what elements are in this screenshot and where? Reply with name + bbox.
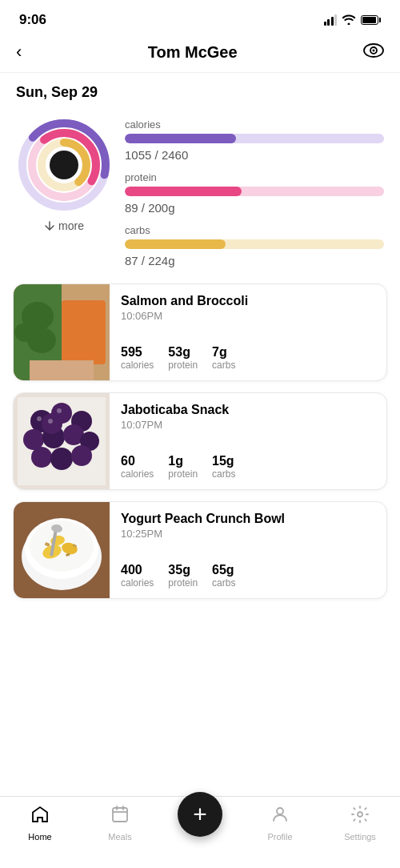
settings-icon (350, 805, 370, 829)
svg-point-26 (31, 447, 52, 468)
macro-protein-2: 35g protein (168, 563, 198, 589)
tab-bar: Home Meals + Profile (0, 796, 400, 868)
meal-name-1: Jaboticaba Snack (121, 403, 375, 417)
meal-card-1[interactable]: Jaboticaba Snack 10:07PM 60 calories 1g … (13, 392, 387, 490)
meal-image-2 (14, 502, 110, 598)
meal-macros-2: 400 calories 35g protein 65g carbs (121, 563, 375, 589)
meal-name-2: Yogurt Peach Crunch Bowl (121, 512, 375, 526)
macro-protein-0: 53g protein (168, 345, 198, 371)
more-button[interactable]: more (44, 219, 84, 232)
svg-point-47 (358, 812, 362, 817)
meal-image-0 (14, 284, 110, 380)
calories-bar-value: 1055 / 2460 (125, 148, 384, 162)
meal-info-1: Jaboticaba Snack 10:07PM 60 calories 1g … (110, 393, 386, 489)
page-title: Tom McGee (148, 43, 238, 62)
macro-calories-0: 595 calories (121, 345, 154, 371)
macro-carbs-1: 15g carbs (212, 454, 235, 480)
signal-icon (324, 14, 338, 26)
svg-rect-16 (30, 360, 94, 380)
carbs-bar-group: carbs 87 / 224g (125, 224, 384, 267)
status-bar: 9:06 (0, 0, 400, 35)
status-icons (324, 14, 382, 27)
tab-home-label: Home (28, 832, 51, 842)
eye-button[interactable] (363, 42, 384, 62)
meals-section: Salmon and Broccoli 10:06PM 595 calories… (0, 283, 400, 599)
tab-add[interactable]: + (176, 805, 224, 837)
protein-bar-group: protein 89 / 200g (125, 171, 384, 215)
profile-icon (270, 805, 290, 829)
meal-time-1: 10:07PM (121, 419, 375, 431)
svg-rect-45 (113, 808, 127, 822)
tab-profile[interactable]: Profile (256, 805, 304, 842)
tab-settings[interactable]: Settings (336, 805, 384, 842)
svg-rect-12 (62, 300, 106, 364)
date-section: Sun, Sep 29 (0, 73, 400, 109)
meal-info-2: Yogurt Peach Crunch Bowl 10:25PM 400 cal… (110, 502, 386, 598)
tab-home[interactable]: Home (16, 805, 64, 842)
add-icon: + (193, 802, 207, 826)
donut-container: more (16, 117, 112, 232)
svg-point-27 (50, 448, 73, 470)
meal-name-0: Salmon and Broccoli (121, 294, 375, 308)
meal-card-2[interactable]: Yogurt Peach Crunch Bowl 10:25PM 400 cal… (13, 501, 387, 599)
svg-point-2 (372, 50, 374, 52)
status-time: 9:06 (19, 12, 46, 28)
tab-profile-label: Profile (267, 832, 292, 842)
carbs-bar-label: carbs (125, 224, 384, 236)
meal-time-0: 10:06PM (121, 310, 375, 322)
macro-carbs-2: 65g carbs (212, 563, 235, 589)
carbs-bar-fill (125, 239, 226, 249)
meal-image-1 (14, 393, 110, 489)
home-icon (30, 805, 50, 829)
macro-calories-2: 400 calories (121, 563, 154, 589)
meal-card-0[interactable]: Salmon and Broccoli 10:06PM 595 calories… (13, 283, 387, 381)
tab-meals-label: Meals (108, 832, 131, 842)
protein-bar-fill (125, 187, 242, 196)
svg-point-28 (71, 445, 92, 466)
calories-bar-fill (125, 134, 236, 143)
meal-info-0: Salmon and Broccoli 10:06PM 595 calories… (110, 284, 386, 380)
protein-bar-value: 89 / 200g (125, 201, 384, 215)
bars-container: calories 1055 / 2460 protein 89 / 200g (125, 117, 384, 267)
tab-meals[interactable]: Meals (96, 805, 144, 842)
svg-point-15 (14, 323, 37, 342)
calories-bar-track (125, 134, 384, 143)
macro-calories-1: 60 calories (121, 454, 154, 480)
summary-section: more calories 1055 / 2460 protein (0, 109, 400, 283)
calories-bar-group: calories 1055 / 2460 (125, 119, 384, 162)
donut-chart (16, 117, 112, 213)
battery-icon (361, 15, 381, 25)
add-button[interactable]: + (178, 792, 222, 837)
nav-header: ‹ Tom McGee (0, 35, 400, 73)
more-label: more (58, 219, 84, 232)
date-label: Sun, Sep 29 (16, 84, 98, 100)
svg-point-31 (57, 408, 62, 413)
calories-bar-label: calories (125, 119, 384, 131)
meals-icon (110, 805, 130, 829)
back-button[interactable]: ‹ (16, 42, 22, 62)
svg-point-30 (37, 416, 42, 421)
macro-carbs-0: 7g carbs (212, 345, 235, 371)
meal-time-2: 10:25PM (121, 528, 375, 540)
svg-point-46 (277, 808, 283, 814)
svg-point-9 (50, 151, 78, 179)
protein-bar-label: protein (125, 171, 384, 183)
tab-settings-label: Settings (344, 832, 376, 842)
protein-bar-track (125, 187, 384, 196)
carbs-bar-value: 87 / 224g (125, 254, 384, 267)
carbs-bar-track (125, 239, 384, 249)
svg-point-32 (48, 419, 53, 424)
meal-macros-1: 60 calories 1g protein 15g carbs (121, 454, 375, 480)
svg-point-29 (42, 413, 62, 434)
macro-protein-1: 1g protein (168, 454, 198, 480)
meal-macros-0: 595 calories 53g protein 7g carbs (121, 345, 375, 371)
wifi-icon (342, 14, 356, 27)
